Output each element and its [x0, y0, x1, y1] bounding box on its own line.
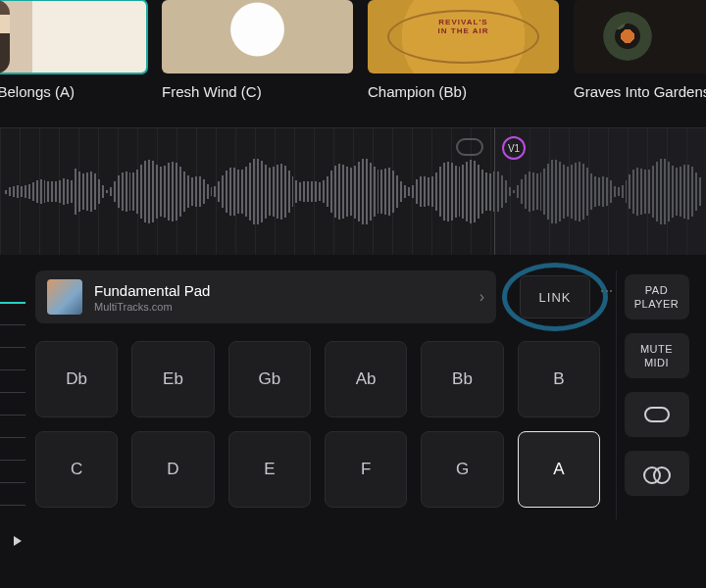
sound-row: Fundamental Pad MultiTracks.com › LINK [35, 270, 600, 323]
key-eb[interactable]: Eb [131, 341, 214, 417]
key-c[interactable]: C [35, 431, 118, 508]
key-bb[interactable]: Bb [421, 341, 503, 417]
link-button-wrap: LINK [510, 270, 600, 323]
key-gb[interactable]: Gb [228, 341, 311, 417]
level-meter [0, 270, 25, 519]
chevron-right-icon: › [479, 288, 484, 306]
more-icon[interactable]: ⋮ [599, 284, 615, 300]
sound-selector[interactable]: Fundamental Pad MultiTracks.com › [35, 270, 496, 323]
key-b[interactable]: B [518, 341, 600, 417]
song-card[interactable]: REVIVAL'SIN THE AIR Champion (Bb) [368, 0, 559, 100]
infinity-icon [643, 466, 671, 480]
song-thumb: REVIVAL'SIN THE AIR [368, 0, 559, 74]
song-thumb [162, 0, 353, 74]
song-thumb [574, 0, 706, 74]
song-title: Battle Belongs (A) [0, 83, 147, 100]
key-f[interactable]: F [325, 431, 407, 508]
song-card[interactable]: Graves Into Gardens [574, 0, 706, 100]
sound-source: MultiTracks.com [94, 301, 468, 313]
song-title: Fresh Wind (C) [162, 83, 353, 100]
loop-icon [644, 407, 670, 422]
key-grid-flats: DbEbGbAbBbB [35, 341, 600, 417]
key-grid-naturals: CDEFGA [35, 431, 600, 508]
waveform-strip[interactable]: V1 [0, 127, 706, 255]
sound-thumb [47, 279, 82, 315]
play-icon[interactable] [14, 536, 22, 546]
sound-name: Fundamental Pad [94, 282, 468, 299]
playhead-line [494, 128, 495, 255]
song-title: Champion (Bb) [368, 83, 559, 100]
song-card[interactable]: Battle Belongs (A) [0, 0, 147, 100]
pad-section: Fundamental Pad MultiTracks.com › LINK D… [0, 255, 706, 519]
song-title: Graves Into Gardens [574, 83, 706, 100]
key-e[interactable]: E [228, 431, 311, 508]
link-button[interactable]: LINK [520, 275, 590, 318]
loop-mode-button[interactable] [625, 392, 689, 437]
pad-player-button[interactable]: PAD PLAYER [625, 274, 689, 319]
song-card[interactable]: Fresh Wind (C) [162, 0, 353, 100]
pad-main: Fundamental Pad MultiTracks.com › LINK D… [35, 270, 606, 519]
song-thumb [0, 0, 147, 74]
song-carousel: Battle Belongs (A) Fresh Wind (C) REVIVA… [0, 0, 706, 100]
key-ab[interactable]: Ab [325, 341, 407, 417]
infinite-mode-button[interactable] [625, 451, 689, 496]
mute-midi-button[interactable]: MUTE MIDI [625, 333, 689, 378]
key-a[interactable]: A [518, 431, 600, 508]
side-controls: ⋮ PAD PLAYER MUTE MIDI [616, 270, 706, 519]
loop-icon[interactable] [456, 138, 483, 156]
key-d[interactable]: D [131, 431, 214, 508]
sound-text: Fundamental Pad MultiTracks.com [94, 282, 468, 313]
key-g[interactable]: G [421, 431, 503, 508]
section-marker[interactable]: V1 [502, 136, 526, 160]
waveform-segment [494, 128, 706, 255]
key-db[interactable]: Db [35, 341, 118, 417]
